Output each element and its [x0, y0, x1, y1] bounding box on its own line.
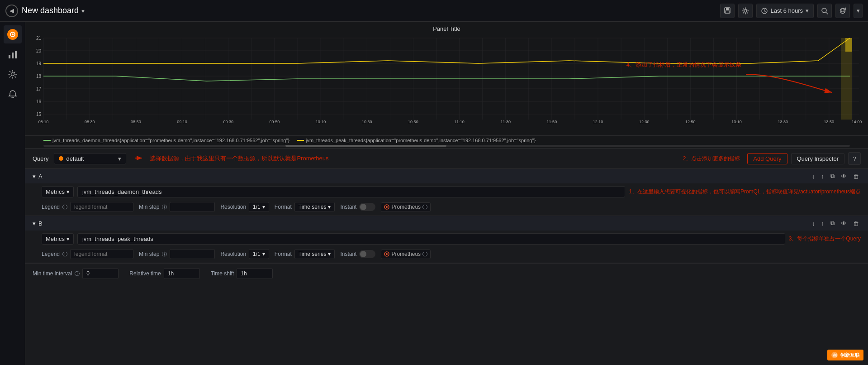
query-b-minstep-group: Min step ⓘ [139, 249, 215, 259]
query-a-move-down[interactable]: ↓ [810, 172, 817, 181]
svg-text:20: 20 [36, 48, 42, 53]
dashboard-chevron-icon[interactable]: ▾ [81, 7, 85, 14]
query-a-legend-input[interactable] [70, 202, 133, 212]
help-button[interactable]: ? [848, 152, 861, 165]
query-b-delete[interactable]: 🗑 [851, 219, 861, 228]
min-interval-input[interactable] [82, 268, 119, 279]
watermark-icon: 创 [831, 351, 838, 359]
datasource-name: default [66, 155, 84, 162]
svg-text:创: 创 [832, 353, 837, 358]
query-b-prometheus-label: Prometheus [391, 251, 421, 257]
query-a-prometheus-info-icon[interactable]: ⓘ [422, 204, 427, 211]
chart-area: Panel Title 21 20 19 18 17 [25, 22, 868, 149]
query-b-format-group: Format Time series ▾ [275, 249, 335, 259]
chart-canvas: 21 20 19 18 17 16 15 [25, 36, 868, 135]
query-b-duplicate[interactable]: ⧉ [829, 219, 836, 228]
min-interval-label: Min time interval [33, 270, 72, 277]
query-b-visibility[interactable]: 👁 [839, 219, 849, 228]
datasource-select[interactable]: default ▾ [54, 153, 126, 164]
query-block-a: ▾ A ↓ ↑ ⧉ 👁 🗑 Metrics ▾ [25, 169, 868, 216]
relative-time-input[interactable] [164, 268, 200, 279]
query-b-instant-toggle[interactable] [359, 250, 375, 258]
add-query-button[interactable]: Add Query [747, 153, 787, 164]
query-inspector-button[interactable]: Query Inspector [791, 153, 845, 164]
settings-icon-button[interactable] [738, 4, 753, 18]
query-b-format-select[interactable]: Time series ▾ [294, 249, 335, 259]
query-b-minstep-input[interactable] [170, 249, 215, 259]
query-b-format-label: Format [275, 251, 292, 257]
query-block-b: ▾ B ↓ ↑ ⧉ 👁 🗑 Metrics ▾ [25, 216, 868, 263]
query-a-minstep-info-icon[interactable]: ⓘ [162, 204, 167, 211]
bottom-bar: Min time interval ⓘ Relative time Time s… [25, 263, 868, 283]
svg-point-90 [386, 253, 388, 255]
query-a-chevron-icon[interactable]: ▾ [33, 173, 36, 180]
query-b-chevron-icon[interactable]: ▾ [33, 220, 36, 227]
query-b-prometheus-badge: Prometheus ⓘ [381, 250, 431, 259]
refresh-icon-button[interactable] [835, 4, 850, 18]
more-options-icon[interactable]: ▾ [854, 4, 863, 18]
query-a-annotation: 1、在这里输入想要可视化的指标，也可以编写PromQL，指标取值详见/actua… [629, 188, 861, 196]
svg-text:13:50: 13:50 [824, 120, 835, 124]
query-a-resolution-select[interactable]: 1/1 ▾ [249, 202, 269, 212]
time-range-button[interactable]: Last 6 hours ▾ [756, 4, 814, 18]
query-a-delete[interactable]: 🗑 [851, 172, 861, 181]
sidebar-item-gear[interactable] [4, 65, 22, 83]
save-icon-button[interactable] [720, 4, 735, 18]
query-a-resolution-group: Resolution 1/1 ▾ [220, 202, 269, 212]
time-shift-label: Time shift [211, 270, 234, 277]
sidebar-item-bell[interactable] [4, 85, 22, 103]
query-b-move-down[interactable]: ↓ [810, 219, 817, 228]
query-a-metric-row: Metrics ▾ 1、在这里输入想要可视化的指标，也可以编写PromQL，指标… [25, 183, 868, 200]
prometheus-b-icon [384, 251, 389, 257]
query-a-metrics-chevron: ▾ [66, 188, 70, 195]
svg-text:10:10: 10:10 [316, 120, 326, 124]
query-a-metric-input[interactable] [77, 186, 625, 197]
query-b-metrics-label: Metrics [46, 235, 65, 242]
svg-text:13:10: 13:10 [731, 120, 742, 124]
query-b-metrics-button[interactable]: Metrics ▾ [42, 233, 74, 245]
query-b-prometheus-info-icon[interactable]: ⓘ [422, 251, 427, 258]
svg-text:10:50: 10:50 [408, 120, 418, 124]
query-b-legend-group: Legend ⓘ [42, 249, 133, 259]
svg-text:11:50: 11:50 [547, 120, 557, 124]
query-b-metric-input[interactable] [77, 233, 785, 245]
svg-text:09:10: 09:10 [177, 120, 187, 124]
query-b-legend-input[interactable] [70, 249, 133, 259]
query-a-instant-toggle[interactable] [359, 203, 375, 211]
watermark: 创 创新互联 [827, 350, 863, 360]
query-a-move-up[interactable]: ↑ [820, 172, 826, 181]
time-shift-input[interactable] [237, 268, 273, 279]
svg-line-6 [826, 12, 828, 14]
sidebar-item-chart[interactable] [4, 45, 22, 63]
query-b-format-chevron-icon: ▾ [328, 251, 331, 257]
query-a-legend-info-icon[interactable]: ⓘ [62, 204, 67, 211]
query-a-resolution-chevron-icon: ▾ [262, 204, 265, 210]
query-a-metrics-label: Metrics [46, 188, 65, 195]
query-b-instant-label: Instant [340, 251, 356, 257]
chart-annotation: 4、添加了指标后，正常的情况下会显示线条 [626, 61, 741, 69]
back-button[interactable]: ◀ [5, 5, 18, 17]
query-a-visibility[interactable]: 👁 [839, 172, 849, 181]
sidebar-item-logo[interactable] [4, 25, 22, 43]
relative-time-group: Relative time [129, 268, 199, 279]
query-a-duplicate[interactable]: ⧉ [829, 172, 836, 181]
query-b-minstep-info-icon[interactable]: ⓘ [162, 251, 167, 258]
svg-text:14:00: 14:00 [852, 120, 862, 124]
query-block-b-header: ▾ B ↓ ↑ ⧉ 👁 🗑 [25, 216, 868, 231]
arrow-annotation: 选择数据源，由于我这里只有一个数据源，所以默认就是Prometheus [150, 154, 328, 163]
content-area: Panel Title 21 20 19 18 17 [25, 22, 868, 365]
query-panel: Query default ▾ 选择数据源，由于我这里只有一个数据源，所以默认就… [25, 149, 868, 365]
query-b-resolution-select[interactable]: 1/1 ▾ [249, 249, 269, 259]
query-b-legend-info-icon[interactable]: ⓘ [62, 251, 67, 258]
query-header-right: 2、点击添加更多的指标 Add Query Query Inspector ? [683, 152, 861, 165]
min-interval-info-icon[interactable]: ⓘ [75, 270, 80, 277]
query-b-move-up[interactable]: ↑ [820, 219, 826, 228]
query-header-left: Query default ▾ 选择数据源，由于我这里只有一个数据源，所以默认就… [33, 153, 329, 164]
query-a-metrics-button[interactable]: Metrics ▾ [42, 186, 74, 197]
search-icon-button[interactable] [817, 4, 832, 18]
svg-text:15: 15 [36, 112, 42, 117]
chart-scrollbar[interactable] [43, 145, 850, 147]
sidebar [0, 22, 25, 365]
query-a-minstep-input[interactable] [170, 202, 215, 212]
query-a-format-select[interactable]: Time series ▾ [294, 202, 335, 212]
